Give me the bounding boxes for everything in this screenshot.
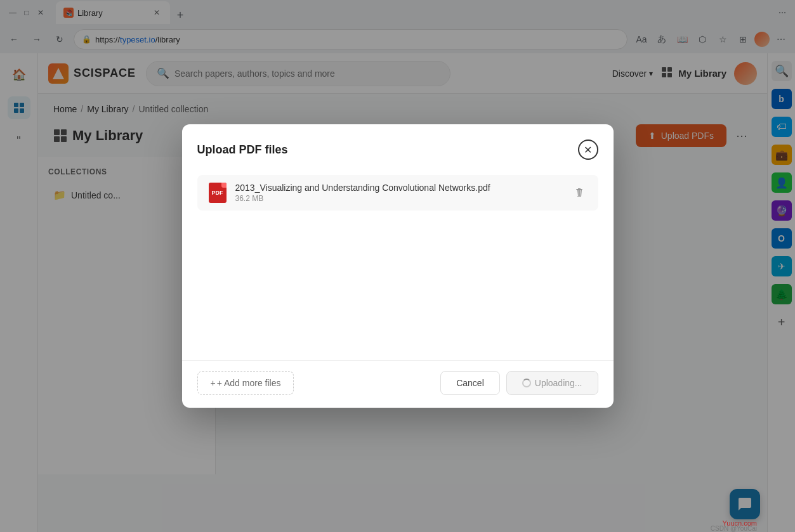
- cancel-btn[interactable]: Cancel: [440, 371, 500, 395]
- modal-body: PDF 2013_Visualizing and Understanding C…: [182, 170, 614, 360]
- modal-close-btn[interactable]: ✕: [578, 139, 598, 160]
- file-item: PDF 2013_Visualizing and Understanding C…: [197, 175, 598, 211]
- file-name: 2013_Visualizing and Understanding Convo…: [235, 183, 563, 193]
- modal-header: Upload PDF files ✕: [182, 124, 614, 170]
- watermark-subtext: CSDN @YouCai: [711, 525, 757, 532]
- modal-overlay: Upload PDF files ✕ PDF 2013_Visualizing …: [0, 0, 795, 532]
- upload-spinner: [522, 379, 531, 387]
- uploading-btn: Uploading...: [506, 371, 598, 395]
- file-size: 36.2 MB: [235, 194, 563, 203]
- pdf-icon: PDF: [209, 183, 227, 203]
- add-icon: +: [211, 378, 216, 388]
- file-info: 2013_Visualizing and Understanding Convo…: [235, 183, 563, 203]
- modal-footer: + + Add more files Cancel Uploading...: [182, 360, 614, 408]
- upload-modal: Upload PDF files ✕ PDF 2013_Visualizing …: [182, 124, 614, 408]
- add-more-files-btn[interactable]: + + Add more files: [197, 371, 294, 395]
- footer-actions: Cancel Uploading...: [440, 371, 598, 395]
- file-delete-btn[interactable]: [570, 184, 588, 202]
- pdf-file-icon: PDF: [207, 183, 228, 203]
- modal-title: Upload PDF files: [197, 143, 288, 157]
